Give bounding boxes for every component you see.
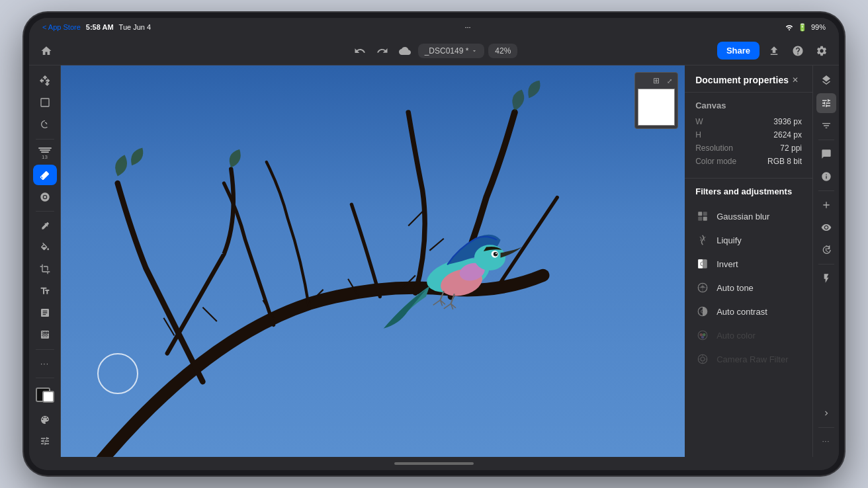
color-mode-label: Color mode — [695, 157, 736, 166]
background-color[interactable] — [42, 391, 54, 403]
canvas-section: Canvas W 3936 px H 2624 px Resolution 72… — [685, 93, 812, 179]
cloud-button[interactable] — [396, 42, 414, 60]
toolbar: _DSC0149 * 42% Share — [29, 36, 839, 65]
filters-button[interactable] — [816, 116, 836, 136]
rail-separator-1 — [818, 140, 834, 140]
layer-thumb-options[interactable]: ⤢ — [664, 75, 675, 86]
canvas-area[interactable]: ⊞ ⤢ — [61, 65, 685, 457]
width-value: 3936 px — [773, 117, 802, 126]
filter-liquify[interactable]: Liquify — [695, 228, 802, 252]
redo-button[interactable] — [373, 42, 392, 60]
eraser-tool[interactable] — [33, 165, 57, 185]
status-time: 5:58 AM — [86, 23, 114, 31]
layer-thumbnail-container[interactable]: ⊞ ⤢ — [634, 72, 678, 129]
status-bar: < App Store 5:58 AM Tue Jun 4 ··· 🔋 99% — [29, 18, 839, 36]
filters-section: Filters and adjustments — [685, 179, 812, 379]
more-options-label: ··· — [822, 438, 830, 445]
rail-separator-3 — [818, 264, 834, 264]
filter-auto-tone[interactable]: Auto tone — [695, 276, 802, 300]
auto-contrast-icon — [695, 304, 710, 319]
more-tools-label: ··· — [40, 359, 49, 368]
rail-separator-4 — [818, 427, 834, 428]
filter-auto-contrast[interactable]: Auto contrast — [695, 300, 802, 323]
height-row: H 2624 px — [695, 130, 802, 140]
layer-preview — [638, 89, 675, 126]
filter-invert[interactable]: Invert — [695, 252, 802, 276]
filter-auto-contrast-label: Auto contrast — [716, 307, 767, 317]
home-button[interactable] — [37, 42, 56, 60]
invert-icon — [695, 257, 710, 271]
svg-point-29 — [700, 333, 703, 337]
toolbar-left — [37, 42, 298, 60]
layers-button[interactable] — [816, 71, 836, 91]
camera-raw-icon — [695, 352, 710, 366]
add-button[interactable] — [816, 195, 836, 215]
filter-gaussian-blur[interactable]: Gaussian blur — [695, 204, 802, 228]
filter-auto-color[interactable]: Auto color — [695, 323, 802, 347]
svg-rect-21 — [703, 217, 707, 221]
share-button[interactable]: Share — [717, 42, 760, 60]
left-toolbar: 13 — [29, 65, 61, 457]
lasso-tool[interactable] — [33, 114, 57, 135]
comments-button[interactable] — [816, 144, 836, 164]
move-tool[interactable] — [33, 71, 57, 91]
auto-tone-icon — [695, 280, 710, 295]
adjustments-button[interactable] — [816, 93, 836, 113]
help-button[interactable] — [789, 42, 807, 60]
status-left: < App Store 5:58 AM Tue Jun 4 — [42, 23, 151, 31]
more-options-button[interactable]: ··· — [816, 432, 836, 452]
filter-camera-raw[interactable]: Camera Raw Filter — [695, 347, 802, 371]
collapse-panel-button[interactable] — [816, 403, 836, 423]
main-area: 13 — [29, 65, 839, 457]
svg-point-1 — [44, 196, 46, 198]
filter-auto-tone-label: Auto tone — [716, 283, 754, 293]
select-rect-tool[interactable] — [33, 93, 57, 113]
zoom-pill[interactable]: 42% — [488, 44, 517, 58]
color-picker-tool[interactable] — [33, 409, 57, 430]
file-name: _DSC0149 * — [425, 46, 469, 56]
status-dots: ··· — [464, 23, 470, 31]
app-store-link[interactable]: < App Store — [42, 23, 81, 31]
resolution-row: Resolution 72 ppi — [695, 143, 802, 153]
layer-thumb-add[interactable]: ⊞ — [651, 75, 662, 86]
toolbar-center: _DSC0149 * 42% — [304, 42, 565, 60]
battery-pct: 99% — [811, 23, 826, 31]
quick-actions-button[interactable] — [816, 268, 836, 288]
gradient-tool[interactable] — [33, 325, 57, 345]
svg-rect-19 — [703, 212, 707, 216]
svg-rect-18 — [698, 212, 702, 216]
undo-button[interactable] — [351, 42, 369, 60]
status-date: Tue Jun 4 — [119, 23, 152, 31]
tool-separator-2 — [36, 211, 54, 212]
shape-tool[interactable] — [33, 303, 57, 323]
filter-gaussian-blur-label: Gaussian blur — [716, 212, 769, 222]
color-swatch-area[interactable] — [33, 385, 57, 405]
panel-close-button[interactable]: ✕ — [789, 73, 802, 87]
info-button[interactable] — [816, 167, 836, 186]
filter-auto-color-label: Auto color — [716, 331, 756, 341]
tool-separator-3 — [36, 349, 54, 350]
home-indicator — [394, 462, 474, 465]
device-frame: < App Store 5:58 AM Tue Jun 4 ··· 🔋 99% — [24, 13, 844, 475]
upload-button[interactable] — [765, 42, 783, 60]
bottom-bar — [29, 457, 839, 470]
adjust-tool[interactable] — [33, 431, 57, 452]
crop-tool[interactable] — [33, 259, 57, 280]
clone-tool[interactable] — [33, 186, 57, 207]
more-tools-button[interactable]: ··· — [33, 353, 57, 374]
visibility-button[interactable] — [816, 218, 836, 237]
svg-point-31 — [701, 336, 705, 339]
history-button[interactable] — [816, 240, 836, 260]
right-container: Document properties ✕ Canvas W 3936 px H… — [685, 65, 839, 457]
settings-button[interactable] — [812, 42, 831, 60]
brush-tool[interactable]: 13 — [33, 143, 57, 164]
eyedropper-tool[interactable] — [33, 216, 57, 236]
paint-bucket-tool[interactable] — [33, 237, 57, 258]
toolbar-right: Share — [570, 42, 831, 60]
file-name-pill[interactable]: _DSC0149 * — [418, 44, 485, 58]
filter-camera-raw-label: Camera Raw Filter — [716, 354, 788, 364]
auto-color-icon — [695, 328, 710, 343]
tool-separator-4 — [36, 378, 54, 378]
text-tool[interactable] — [33, 281, 57, 302]
branches-svg — [61, 65, 685, 457]
